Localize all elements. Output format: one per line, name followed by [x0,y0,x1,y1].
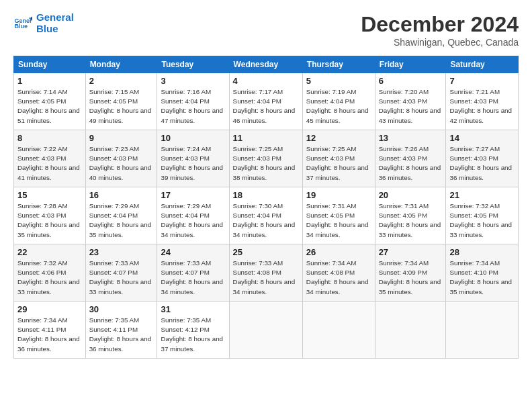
day-number: 31 [161,304,225,314]
day-number: 15 [17,190,82,200]
day-info: Sunrise: 7:34 AMSunset: 4:09 PMDaylight:… [379,259,443,297]
day-info: Sunrise: 7:29 AMSunset: 4:04 PMDaylight:… [161,201,225,240]
day-header: Friday [375,56,446,73]
title-block: December 2024 Shawinigan, Quebec, Canada [361,12,519,48]
day-header: Wednesday [229,56,302,73]
calendar-week-row: 1Sunrise: 7:14 AMSunset: 4:05 PMDaylight… [14,73,519,130]
day-number: 7 [449,76,515,86]
calendar-week-row: 15Sunrise: 7:28 AMSunset: 4:03 PMDayligh… [14,187,519,244]
day-number: 22 [17,247,82,257]
day-number: 25 [233,247,299,257]
day-header: Tuesday [157,56,229,73]
day-info: Sunrise: 7:33 AMSunset: 4:08 PMDaylight:… [233,259,299,297]
calendar-week-row: 22Sunrise: 7:32 AMSunset: 4:06 PMDayligh… [14,244,519,302]
calendar-cell: 3Sunrise: 7:16 AMSunset: 4:04 PMDaylight… [157,73,229,130]
day-info: Sunrise: 7:23 AMSunset: 4:03 PMDaylight:… [89,144,154,183]
header: General Blue General Blue December 2024 … [13,12,519,48]
day-header: Monday [85,56,157,73]
day-number: 27 [379,247,443,257]
day-number: 11 [233,133,299,143]
calendar-header-row: SundayMondayTuesdayWednesdayThursdayFrid… [14,56,519,73]
calendar-body: 1Sunrise: 7:14 AMSunset: 4:05 PMDaylight… [14,73,519,359]
day-info: Sunrise: 7:27 AMSunset: 4:03 PMDaylight:… [449,144,515,183]
calendar-cell: 21Sunrise: 7:32 AMSunset: 4:05 PMDayligh… [446,187,519,244]
calendar-cell: 16Sunrise: 7:29 AMSunset: 4:04 PMDayligh… [85,187,157,244]
calendar-cell: 9Sunrise: 7:23 AMSunset: 4:03 PMDaylight… [85,130,157,187]
calendar-week-row: 29Sunrise: 7:34 AMSunset: 4:11 PMDayligh… [14,302,519,359]
calendar-cell: 17Sunrise: 7:29 AMSunset: 4:04 PMDayligh… [157,187,229,244]
day-number: 9 [89,133,154,143]
day-number: 2 [89,76,154,86]
calendar-cell: 26Sunrise: 7:34 AMSunset: 4:08 PMDayligh… [302,244,375,302]
day-number: 19 [306,190,371,200]
day-info: Sunrise: 7:19 AMSunset: 4:04 PMDaylight:… [306,87,371,126]
logo-line2: Blue [36,24,74,35]
day-number: 10 [161,133,225,143]
day-number: 18 [233,190,299,200]
day-info: Sunrise: 7:14 AMSunset: 4:05 PMDaylight:… [17,87,82,126]
calendar-cell: 15Sunrise: 7:28 AMSunset: 4:03 PMDayligh… [14,187,86,244]
calendar-cell [302,302,375,359]
day-info: Sunrise: 7:15 AMSunset: 4:05 PMDaylight:… [89,87,154,126]
day-info: Sunrise: 7:25 AMSunset: 4:03 PMDaylight:… [306,144,371,183]
logo-line1: General [36,12,74,24]
day-info: Sunrise: 7:31 AMSunset: 4:05 PMDaylight:… [379,201,443,240]
calendar-cell: 1Sunrise: 7:14 AMSunset: 4:05 PMDaylight… [14,73,86,130]
day-number: 12 [306,133,371,143]
day-number: 13 [379,133,443,143]
calendar-cell: 24Sunrise: 7:33 AMSunset: 4:07 PMDayligh… [157,244,229,302]
day-info: Sunrise: 7:34 AMSunset: 4:08 PMDaylight:… [306,259,371,297]
day-info: Sunrise: 7:29 AMSunset: 4:04 PMDaylight:… [89,201,154,240]
calendar-cell: 28Sunrise: 7:34 AMSunset: 4:10 PMDayligh… [446,244,519,302]
day-number: 1 [17,76,82,86]
calendar-cell: 31Sunrise: 7:35 AMSunset: 4:12 PMDayligh… [157,302,229,359]
calendar-cell: 22Sunrise: 7:32 AMSunset: 4:06 PMDayligh… [14,244,86,302]
day-number: 21 [449,190,515,200]
calendar-cell: 18Sunrise: 7:30 AMSunset: 4:04 PMDayligh… [229,187,302,244]
calendar-cell: 6Sunrise: 7:20 AMSunset: 4:03 PMDaylight… [375,73,446,130]
calendar-cell [446,302,519,359]
day-number: 3 [161,76,225,86]
day-number: 24 [161,247,225,257]
calendar-cell: 27Sunrise: 7:34 AMSunset: 4:09 PMDayligh… [375,244,446,302]
day-info: Sunrise: 7:34 AMSunset: 4:11 PMDaylight:… [17,316,82,354]
calendar-cell [375,302,446,359]
calendar-cell: 25Sunrise: 7:33 AMSunset: 4:08 PMDayligh… [229,244,302,302]
day-info: Sunrise: 7:30 AMSunset: 4:04 PMDaylight:… [233,201,299,240]
calendar-table: SundayMondayTuesdayWednesdayThursdayFrid… [13,56,519,359]
calendar-cell [229,302,302,359]
calendar-cell: 7Sunrise: 7:21 AMSunset: 4:03 PMDaylight… [446,73,519,130]
day-number: 6 [379,76,443,86]
calendar-cell: 12Sunrise: 7:25 AMSunset: 4:03 PMDayligh… [302,130,375,187]
day-number: 14 [449,133,515,143]
calendar-cell: 8Sunrise: 7:22 AMSunset: 4:03 PMDaylight… [14,130,86,187]
svg-text:Blue: Blue [14,23,28,30]
day-info: Sunrise: 7:35 AMSunset: 4:11 PMDaylight:… [89,316,154,354]
day-number: 4 [233,76,299,86]
calendar-cell: 30Sunrise: 7:35 AMSunset: 4:11 PMDayligh… [85,302,157,359]
day-number: 29 [17,304,82,314]
day-info: Sunrise: 7:34 AMSunset: 4:10 PMDaylight:… [449,259,515,297]
day-number: 20 [379,190,443,200]
logo: General Blue General Blue [13,12,74,34]
day-number: 16 [89,190,154,200]
day-number: 17 [161,190,225,200]
calendar-cell: 11Sunrise: 7:25 AMSunset: 4:03 PMDayligh… [229,130,302,187]
day-number: 26 [306,247,371,257]
day-number: 23 [89,247,154,257]
calendar-cell: 10Sunrise: 7:24 AMSunset: 4:03 PMDayligh… [157,130,229,187]
calendar-cell: 13Sunrise: 7:26 AMSunset: 4:03 PMDayligh… [375,130,446,187]
day-info: Sunrise: 7:24 AMSunset: 4:03 PMDaylight:… [161,144,225,183]
day-info: Sunrise: 7:25 AMSunset: 4:03 PMDaylight:… [233,144,299,183]
day-info: Sunrise: 7:16 AMSunset: 4:04 PMDaylight:… [161,87,225,126]
calendar-cell: 2Sunrise: 7:15 AMSunset: 4:05 PMDaylight… [85,73,157,130]
calendar-cell: 23Sunrise: 7:33 AMSunset: 4:07 PMDayligh… [85,244,157,302]
calendar-cell: 19Sunrise: 7:31 AMSunset: 4:05 PMDayligh… [302,187,375,244]
day-info: Sunrise: 7:21 AMSunset: 4:03 PMDaylight:… [449,87,515,126]
day-info: Sunrise: 7:32 AMSunset: 4:06 PMDaylight:… [17,259,82,297]
location-subtitle: Shawinigan, Quebec, Canada [361,37,519,48]
month-title: December 2024 [361,12,519,37]
calendar-cell: 29Sunrise: 7:34 AMSunset: 4:11 PMDayligh… [14,302,86,359]
logo-icon: General Blue [13,14,32,33]
day-header: Saturday [446,56,519,73]
